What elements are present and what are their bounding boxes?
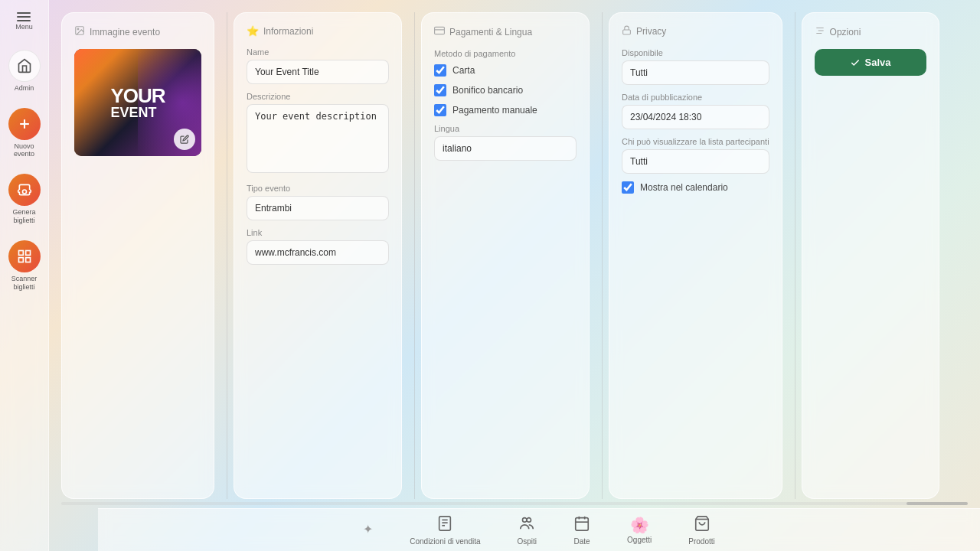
menu-label: Menu: [15, 23, 33, 31]
scanner-biglietti-label: Scanner biglietti: [6, 275, 43, 292]
sidebar-item-new-event[interactable]: Nuovo evento: [3, 102, 46, 165]
link-field-group: Link: [247, 228, 389, 265]
menu-button[interactable]: Menu: [15, 6, 33, 41]
link-input[interactable]: [247, 240, 389, 265]
chi-puo-label: Chi può visualizzare la lista partecipan…: [622, 137, 769, 146]
cards-area: Immagine evento YOUR EVENT: [49, 0, 980, 499]
svg-rect-9: [435, 27, 445, 34]
tipo-input[interactable]: [247, 196, 389, 220]
event-image: YOUR EVENT: [74, 49, 201, 156]
manuale-checkbox[interactable]: [434, 104, 446, 116]
payment-icon: [434, 25, 445, 38]
description-label: Descrizione: [247, 92, 389, 101]
name-field-group: Name: [247, 47, 389, 84]
svg-point-8: [77, 28, 79, 30]
save-button[interactable]: Salva: [815, 49, 926, 76]
bonifico-checkbox-item: Bonifico bancario: [434, 84, 577, 96]
data-pub-field-group: Data di pubblicazione: [622, 93, 769, 129]
nav-date-label: Date: [574, 537, 590, 546]
name-input[interactable]: [247, 60, 389, 84]
manuale-checkbox-item: Pagamento manuale: [434, 104, 577, 116]
svg-point-2: [22, 190, 26, 194]
bottom-navigation: ✦ Condizioni di vendita Ospiti: [98, 508, 980, 551]
nav-prodotti-label: Prodotti: [688, 537, 714, 546]
scroll-thumb[interactable]: [906, 502, 968, 505]
bonifico-checkbox[interactable]: [434, 84, 446, 96]
new-event-icon: [8, 108, 41, 140]
description-input[interactable]: Your event description: [247, 104, 389, 173]
chi-puo-field-group: Chi può visualizzare la lista partecipan…: [622, 137, 769, 174]
save-label: Salva: [865, 57, 891, 68]
home-icon: [8, 50, 41, 82]
nav-oggetti-icon: 🌸: [630, 516, 649, 534]
carta-checkbox-item: Carta: [434, 64, 577, 77]
options-card-header: Opzioni: [815, 25, 926, 38]
svg-rect-5: [18, 257, 23, 262]
nav-unknown-icon: ✦: [363, 522, 373, 536]
payment-method-label: Metodo di pagamento: [434, 49, 577, 58]
privacy-card-title: Privacy: [636, 26, 666, 37]
separator-3: [602, 12, 603, 499]
lingua-label: Lingua: [434, 124, 577, 133]
nav-item-prodotti[interactable]: Prodotti: [670, 510, 733, 550]
tipo-field-group: Tipo evento: [247, 184, 389, 220]
svg-point-20: [527, 517, 531, 522]
options-icon: [815, 25, 825, 38]
lingua-input[interactable]: [434, 136, 577, 161]
data-pub-input[interactable]: [622, 105, 769, 129]
options-card: Opzioni Salva: [802, 12, 939, 499]
sidebar: Menu Admin Nuovo evento Genera b: [0, 0, 49, 551]
tipo-label: Tipo evento: [247, 184, 389, 193]
nav-ospiti-label: Ospiti: [518, 537, 537, 546]
manuale-label: Pagamento manuale: [452, 105, 537, 116]
image-card-header: Immagine evento: [74, 25, 201, 38]
description-field-group: Descrizione Your event description: [247, 92, 389, 176]
sidebar-item-genera-biglietti[interactable]: Genera biglietti: [3, 168, 46, 231]
hamburger-icon: [17, 12, 31, 21]
scanner-icon: [8, 240, 41, 272]
calendar-checkbox-item: Mostra nel calendario: [622, 181, 769, 194]
svg-rect-11: [623, 30, 631, 34]
separator-2: [414, 12, 415, 499]
chi-puo-input[interactable]: [622, 149, 769, 174]
nav-item-ospiti[interactable]: Ospiti: [499, 510, 556, 550]
svg-point-19: [523, 517, 528, 522]
nav-oggetti-label: Oggetti: [627, 536, 652, 544]
horizontal-scrollbar[interactable]: [61, 502, 968, 505]
payment-card-title: Pagamenti & Lingua: [449, 27, 532, 37]
nav-ospiti-icon: [518, 515, 535, 536]
svg-rect-6: [25, 257, 30, 262]
info-card: ⭐ Informazioni Name Descrizione Your eve…: [234, 12, 402, 499]
sidebar-item-admin[interactable]: Admin: [3, 44, 46, 99]
image-edit-button[interactable]: [174, 129, 195, 150]
info-card-title: Informazioni: [263, 26, 313, 37]
image-card-title: Immagine evento: [90, 27, 160, 37]
image-icon: [74, 25, 85, 38]
calendar-checkbox[interactable]: [622, 181, 634, 194]
disponibile-label: Disponibile: [622, 48, 769, 57]
new-event-label: Nuovo evento: [6, 142, 43, 159]
svg-rect-15: [439, 516, 451, 530]
info-card-header: ⭐ Informazioni: [247, 25, 389, 37]
payment-card-header: Pagamenti & Lingua: [434, 25, 577, 38]
name-label: Name: [247, 47, 389, 57]
disponibile-input[interactable]: [622, 60, 769, 85]
nav-item-date[interactable]: Date: [555, 510, 609, 550]
link-label: Link: [247, 228, 389, 237]
image-card: Immagine evento YOUR EVENT: [61, 12, 214, 499]
nav-prodotti-icon: [694, 515, 710, 536]
nav-item-oggetti[interactable]: 🌸 Oggetti: [609, 511, 670, 549]
main-content: Immagine evento YOUR EVENT: [49, 0, 980, 551]
disponibile-field-group: Disponibile: [622, 48, 769, 85]
admin-label: Admin: [15, 84, 34, 93]
nav-item-condizioni[interactable]: Condizioni di vendita: [391, 510, 498, 550]
lingua-field-group: Lingua: [434, 124, 577, 161]
nav-item-unknown[interactable]: ✦: [345, 517, 391, 543]
nav-date-icon: [573, 515, 590, 536]
carta-checkbox[interactable]: [434, 64, 446, 77]
payment-card: Pagamenti & Lingua Metodo di pagamento C…: [421, 12, 590, 499]
genera-biglietti-label: Genera biglietti: [6, 208, 43, 225]
nav-condizioni-icon: [436, 515, 453, 536]
sidebar-item-scanner-biglietti[interactable]: Scanner biglietti: [3, 234, 46, 298]
separator-4: [795, 12, 795, 499]
